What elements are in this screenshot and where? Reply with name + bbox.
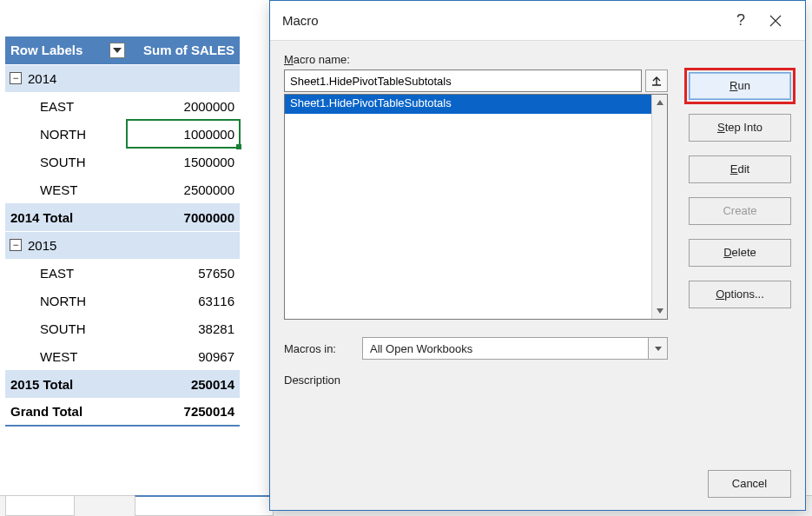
region-cell[interactable]: WEST [5, 175, 127, 203]
pivot-table: Row Labels Sum of SALES − 2014 EAST20000… [5, 36, 240, 427]
subtotal-label[interactable]: 2014 Total [5, 203, 127, 231]
subtotal-label[interactable]: 2015 Total [5, 370, 127, 398]
region-cell[interactable]: SOUTH [5, 148, 127, 175]
collapse-icon[interactable]: − [10, 72, 22, 84]
value-cell[interactable]: 57650 [127, 259, 240, 287]
run-button[interactable]: Run [689, 72, 791, 100]
pivot-header-sales: Sum of SALES [127, 36, 240, 64]
dialog-titlebar: Macro ? [270, 1, 805, 41]
chevron-down-icon[interactable] [648, 338, 667, 359]
collapse-icon[interactable]: − [10, 239, 22, 251]
dialog-title: Macro [282, 13, 723, 28]
macro-name-label: Macro name: [284, 53, 668, 66]
value-cell[interactable]: 38281 [127, 314, 240, 342]
grand-total-label[interactable]: Grand Total [5, 398, 127, 426]
region-cell[interactable]: NORTH [5, 287, 127, 314]
subtotal-value[interactable]: 7000000 [127, 203, 240, 231]
macro-dialog: Macro ? Macro name: Sheet1.HidePivotTabl… [269, 0, 806, 511]
edit-button[interactable]: Edit [689, 155, 791, 183]
macros-in-label: Macros in: [284, 342, 352, 355]
macros-in-combo[interactable]: All Open Workbooks [362, 337, 668, 360]
region-cell[interactable]: WEST [5, 342, 127, 370]
filter-dropdown-icon[interactable] [109, 43, 125, 58]
close-icon [769, 15, 782, 27]
sheet-tab-active[interactable] [135, 495, 274, 516]
value-cell[interactable]: 2500000 [127, 175, 240, 203]
macros-in-value: All Open Workbooks [363, 342, 648, 355]
question-icon: ? [736, 11, 745, 30]
pivot-header-rowlabels: Row Labels [10, 43, 83, 57]
value-cell[interactable]: 90967 [127, 342, 240, 370]
description-label: Description [284, 374, 668, 387]
macro-name-input[interactable] [284, 69, 642, 92]
region-cell[interactable]: EAST [5, 92, 127, 120]
cancel-button[interactable]: Cancel [708, 470, 791, 498]
create-button: Create [689, 197, 791, 225]
value-cell[interactable]: 1500000 [127, 148, 240, 175]
group-label: 2015 [28, 238, 56, 253]
scrollbar[interactable] [651, 95, 667, 319]
region-cell[interactable]: SOUTH [5, 314, 127, 342]
macro-list-item-selected[interactable]: Sheet1.HidePivotTableSubtotals [285, 95, 651, 114]
step-into-button[interactable]: Step Into [689, 114, 791, 142]
scroll-up-icon[interactable] [652, 95, 667, 110]
value-cell[interactable]: 63116 [127, 287, 240, 314]
sheet-tab[interactable] [5, 495, 75, 516]
up-arrow-icon [650, 75, 663, 87]
value-cell[interactable]: 2000000 [127, 92, 240, 120]
value-cell-selected[interactable]: 1000000 [127, 120, 240, 148]
region-cell[interactable]: EAST [5, 259, 127, 287]
macro-listbox[interactable]: Sheet1.HidePivotTableSubtotals [284, 94, 668, 320]
close-button[interactable] [758, 7, 793, 35]
scroll-down-icon[interactable] [652, 303, 667, 319]
delete-button[interactable]: Delete [689, 239, 791, 267]
region-cell[interactable]: NORTH [5, 120, 127, 148]
subtotal-value[interactable]: 250014 [127, 370, 240, 398]
group-label: 2014 [28, 71, 56, 86]
grand-total-value[interactable]: 7250014 [127, 398, 240, 426]
options-button[interactable]: Options... [689, 281, 791, 308]
reference-picker-button[interactable] [645, 69, 668, 92]
help-button[interactable]: ? [723, 7, 758, 35]
